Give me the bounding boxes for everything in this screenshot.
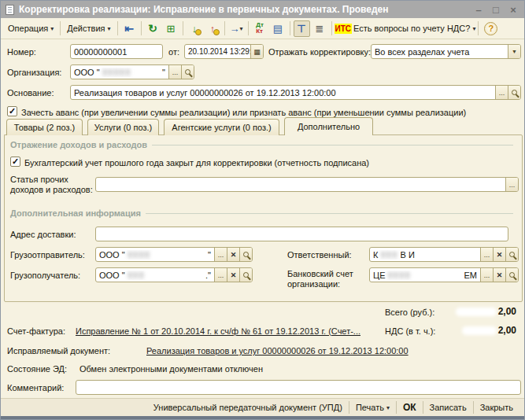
tab-services[interactable]: Услуги (0 поз.) <box>87 119 159 135</box>
toolbar-separator <box>60 21 61 35</box>
consignee-label: Грузополучатель: <box>10 271 80 280</box>
pin-form-button[interactable]: ⊤ <box>294 20 310 37</box>
bank-account-field[interactable]: ЦЕ ▒▒▒▒ ЕМ ... ✕ <box>369 267 519 282</box>
dropdown-button[interactable]: ▼ <box>508 45 520 58</box>
find-button[interactable] <box>239 268 252 282</box>
chevron-down-icon: ▾ <box>108 25 111 32</box>
clear-button[interactable]: ✕ <box>227 268 239 282</box>
delivery-address-field[interactable] <box>95 227 508 241</box>
find-button[interactable] <box>181 65 194 79</box>
number-field[interactable]: 00000000001 <box>70 44 163 59</box>
find-button[interactable] <box>505 268 518 282</box>
clear-button[interactable]: ✕ <box>493 248 505 261</box>
goto-button[interactable]: → ▾ <box>228 20 245 37</box>
refresh-icon: ↻ <box>148 22 157 35</box>
redacted-text: ▒▒▒ <box>380 251 397 259</box>
minimize-button[interactable]: – <box>472 4 485 16</box>
magnifier-icon <box>243 252 249 257</box>
choose-button[interactable]: ... <box>480 248 493 261</box>
redacted-text: ▒▒▒ <box>128 271 203 279</box>
choose-button[interactable]: ... <box>495 86 508 99</box>
toolbar-separator <box>117 21 118 35</box>
closed-year-checkbox[interactable]: ✓ <box>10 157 20 167</box>
ed-state-label: Состояние ЭД: <box>7 364 67 374</box>
tab-additional[interactable]: Дополнительно <box>284 117 373 135</box>
reflect-correction-label: Отражать корректировку: <box>268 47 371 57</box>
tab-goods[interactable]: Товары (2 поз.) <box>6 119 83 135</box>
unpost-document-button[interactable]: ↑ <box>205 20 221 37</box>
maximize-button[interactable]: □ <box>490 4 502 16</box>
choose-button[interactable]: ... <box>505 178 518 191</box>
section-rule <box>146 213 513 214</box>
basis-field[interactable]: Реализация товаров и услуг 00000000026 о… <box>70 85 521 100</box>
corrected-document-label: Исправляемый документ: <box>7 346 110 356</box>
consignee-field[interactable]: ООО " ▒▒▒ ." ... ✕ <box>95 267 253 282</box>
debit-credit-button[interactable]: Дт Кт <box>252 20 268 37</box>
copy-document-button[interactable]: ⊞ <box>163 20 179 37</box>
choose-button[interactable]: ... <box>168 65 181 79</box>
upd-button[interactable]: Универсальный передаточный документ (УПД… <box>147 403 349 412</box>
toolbar-separator <box>478 21 479 35</box>
print-button[interactable]: Печать ▾ <box>349 403 396 412</box>
post-document-button[interactable]: ↓ <box>187 20 203 37</box>
redacted-text: ▒▒▒▒ <box>387 271 461 279</box>
invoice-label: Счет-фактура: <box>7 326 65 336</box>
toolbar-separator <box>224 21 225 35</box>
reread-document-button[interactable]: ⇤ <box>121 20 138 37</box>
its-badge: ИТС <box>335 24 353 34</box>
chevron-down-icon: ▾ <box>50 25 54 32</box>
find-button[interactable] <box>239 248 252 261</box>
total-value: 2,00 <box>383 306 516 317</box>
basis-label: Основание: <box>7 88 54 98</box>
clear-button[interactable]: ✕ <box>493 268 505 282</box>
save-button[interactable]: Записать <box>423 403 473 412</box>
toolbar-separator <box>331 21 332 35</box>
find-button[interactable] <box>508 86 520 99</box>
goto-icon: → <box>230 23 240 35</box>
responsible-label: Ответственный: <box>287 250 352 260</box>
shipper-label: Грузоотправитель: <box>10 250 85 260</box>
calendar-button[interactable]: ▦ <box>250 45 263 58</box>
refresh-button[interactable]: ↻ <box>145 20 161 37</box>
choose-button[interactable]: ... <box>214 248 227 261</box>
choose-button[interactable]: ... <box>480 268 493 282</box>
find-button[interactable] <box>505 248 518 261</box>
chevron-down-icon[interactable]: ▾ <box>472 25 475 32</box>
organization-field[interactable]: ООО " ▒▒▒▒▒ " ... <box>70 64 194 79</box>
help-button[interactable]: ? <box>484 22 497 35</box>
form-settings-button[interactable]: ≣ <box>312 20 328 37</box>
clear-button[interactable]: ✕ <box>227 248 239 261</box>
corrected-document-link[interactable]: Реализация товаров и услуг 00000000026 о… <box>146 346 409 356</box>
toolbar-separator <box>141 21 142 35</box>
magnifier-icon <box>243 272 249 278</box>
magnifier-icon <box>512 90 517 95</box>
ok-button[interactable]: ОК <box>397 402 423 413</box>
ed-state-value: Обмен электронными документами отключен <box>79 364 263 374</box>
document-icon <box>6 5 14 15</box>
tab-agent-services[interactable]: Агентские услуги (0 поз.) <box>164 119 279 135</box>
advance-checkbox[interactable]: ✓ <box>7 106 17 116</box>
redacted-text: ▒▒▒▒▒ <box>102 68 160 76</box>
advance-checkbox-label: Зачесть аванс (при увеличении суммы реал… <box>21 108 466 117</box>
section-additional-info: Дополнительная информация <box>10 208 513 218</box>
redacted-smudge <box>462 326 497 335</box>
choose-button[interactable]: ... <box>214 268 227 282</box>
close-form-button[interactable]: Закрыть <box>474 403 519 412</box>
comment-field[interactable] <box>76 380 521 395</box>
close-button[interactable]: × <box>507 4 519 16</box>
responsible-field[interactable]: К ▒▒▒ В И ... ✕ <box>369 247 519 262</box>
actions-menu-button[interactable]: Действия ▾ <box>63 22 114 35</box>
date-field[interactable]: 20.10.2014 13:29:32 ▦ <box>184 44 264 59</box>
other-income-article-field[interactable]: ... <box>95 177 519 192</box>
operation-menu-button[interactable]: Операция ▾ <box>4 22 57 35</box>
section-rule <box>152 145 513 146</box>
footer-button-bar: Универсальный передаточный документ (УПД… <box>1 398 524 416</box>
journal-entries-button[interactable]: ▤ <box>270 20 287 37</box>
shipper-field[interactable]: ООО " ▒▒▒▒ " ... ✕ <box>95 247 253 262</box>
its-question-button[interactable]: Есть вопросы по учету НДС? <box>353 24 470 33</box>
title-bar: Корректировка реализации: Исправление в … <box>1 1 524 18</box>
organization-label: Организация: <box>7 68 61 77</box>
toolbar: Операция ▾ Действия ▾ ⇤ ↻ ⊞ ↓ ↑ → ▾ <box>1 18 524 39</box>
reflect-correction-select[interactable]: Во всех разделах учета ▼ <box>371 44 521 59</box>
invoice-link[interactable]: Исправление № 1 от 20.10.2014 г. к сч/ф … <box>76 326 360 336</box>
